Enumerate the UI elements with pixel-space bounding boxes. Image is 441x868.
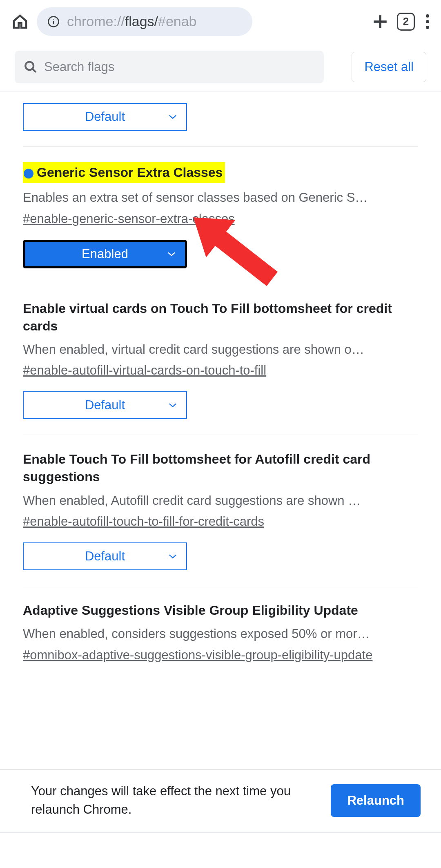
svg-point-6 (426, 20, 429, 23)
flag-row: Enable Touch To Fill bottomsheet for Aut… (23, 435, 418, 586)
svg-point-7 (426, 26, 429, 29)
chevron-down-icon (168, 402, 177, 408)
home-icon[interactable] (11, 13, 29, 30)
flag-hash-link[interactable]: #enable-autofill-virtual-cards-on-touch-… (23, 361, 418, 380)
reset-all-button[interactable]: Reset all (352, 52, 426, 82)
flag-dropdown[interactable]: Default (23, 391, 187, 419)
flag-title: Adaptive Suggestions Visible Group Eligi… (23, 602, 418, 619)
flag-row: Default (23, 91, 418, 147)
flag-dropdown[interactable]: Default (23, 103, 187, 131)
flag-hash-link[interactable]: #omnibox-adaptive-suggestions-visible-gr… (23, 646, 418, 665)
search-placeholder: Search flags (44, 60, 114, 74)
flags-list: Default Generic Sensor Extra Classes Ena… (0, 91, 441, 680)
flag-dropdown[interactable]: Default (23, 542, 187, 570)
search-input[interactable]: Search flags (15, 51, 324, 83)
flags-toolbar: Search flags Reset all (0, 43, 441, 91)
url-text: chrome://flags/#enab (67, 13, 197, 29)
flag-description: When enabled, considers suggestions expo… (23, 625, 418, 643)
bottom-spacer (0, 834, 441, 868)
flag-hash-link[interactable]: #enable-generic-sensor-extra-classes (23, 210, 418, 228)
svg-point-2 (53, 19, 54, 20)
info-icon (47, 16, 60, 28)
flag-title: Generic Sensor Extra Classes (23, 162, 225, 183)
chevron-down-icon (167, 251, 176, 257)
relaunch-button[interactable]: Relaunch (331, 784, 421, 817)
flag-title: Enable virtual cards on Touch To Fill bo… (23, 300, 418, 335)
modified-indicator-icon (24, 169, 33, 179)
svg-point-8 (25, 62, 33, 70)
search-icon (24, 60, 38, 74)
chevron-down-icon (168, 553, 177, 559)
flag-hash-link[interactable]: #enable-autofill-touch-to-fill-for-credi… (23, 513, 418, 531)
tab-count-button[interactable]: 2 (397, 13, 415, 31)
new-tab-icon[interactable] (372, 13, 389, 30)
flag-description: When enabled, Autofill credit card sugge… (23, 492, 418, 509)
flag-title: Enable Touch To Fill bottomsheet for Aut… (23, 451, 418, 486)
chevron-down-icon (168, 114, 177, 120)
menu-icon[interactable] (425, 14, 430, 29)
flag-row: Generic Sensor Extra Classes Enables an … (23, 147, 418, 284)
flag-description: When enabled, virtual credit card sugges… (23, 341, 418, 358)
relaunch-bar: Your changes will take effect the next t… (0, 769, 441, 833)
svg-point-5 (426, 14, 429, 18)
relaunch-text: Your changes will take effect the next t… (31, 782, 321, 819)
url-bar[interactable]: chrome://flags/#enab (37, 7, 252, 36)
tab-count-value: 2 (403, 15, 409, 28)
browser-bar: chrome://flags/#enab 2 (0, 0, 441, 43)
svg-line-9 (33, 69, 36, 72)
flag-row: Adaptive Suggestions Visible Group Eligi… (23, 586, 418, 680)
flag-dropdown[interactable]: Enabled (23, 240, 187, 268)
flag-row: Enable virtual cards on Touch To Fill bo… (23, 284, 418, 435)
flag-description: Enables an extra set of sensor classes b… (23, 189, 418, 206)
